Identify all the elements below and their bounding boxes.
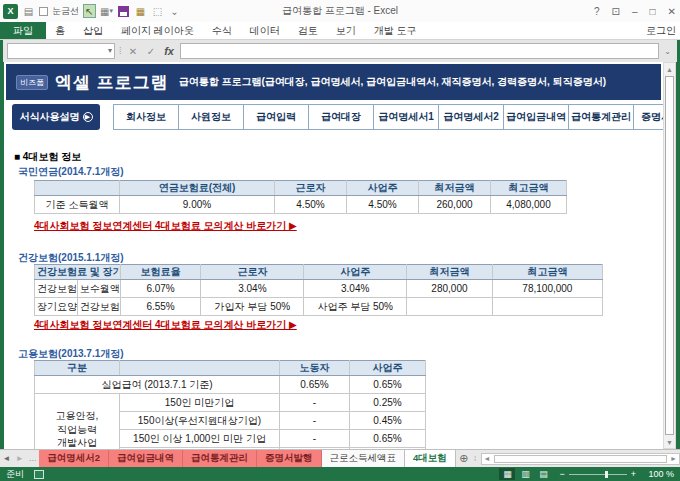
cell[interactable]: 6.07% [120, 280, 201, 298]
cell[interactable]: 9.00% [120, 196, 275, 214]
nav-pay-stats-button[interactable]: 급여통계관리 [568, 104, 634, 130]
horizontal-scrollbar[interactable]: ◄ ► [481, 453, 680, 465]
formula-expand-icon[interactable]: ⌄ [662, 47, 673, 56]
scroll-up-icon[interactable]: ▲ [664, 63, 675, 75]
worksheet[interactable]: 비즈폼 엑셀 프로그램 급여통합 프로그램(급여대장, 급여명세서, 급여입금내… [4, 62, 663, 449]
tab-insert[interactable]: 삽입 [74, 22, 112, 39]
nav-pay-ledger-button[interactable]: 급여대장 [308, 104, 374, 130]
cell[interactable]: 78,100,000 [492, 280, 602, 298]
gridlines-checkbox[interactable] [39, 7, 48, 16]
insert-function-icon[interactable]: fx [162, 45, 177, 57]
tab-page-layout[interactable]: 페이지 레이아웃 [112, 22, 203, 39]
cell[interactable]: 0.45% [350, 412, 426, 430]
tab-review[interactable]: 검토 [289, 22, 327, 39]
vertical-scrollbar[interactable]: ▲ ▼ [663, 62, 676, 449]
normal-view-icon[interactable]: ▦ [499, 468, 515, 480]
macro-record-icon[interactable] [34, 470, 44, 479]
cell[interactable]: 4,080,000 [491, 196, 567, 214]
cell[interactable]: 150인 이상 1,000인 미만 기업 [120, 430, 280, 448]
maximize-button[interactable]: □ [650, 6, 656, 17]
sheet-overflow-icon[interactable]: … [26, 450, 39, 467]
cell[interactable]: - [280, 430, 350, 448]
cell[interactable]: 건강보험료 [77, 298, 120, 316]
horizontal-scroll-thumb[interactable] [494, 455, 667, 463]
cell[interactable]: 260,000 [419, 196, 491, 214]
login-link[interactable]: 로그인 [646, 22, 680, 39]
cell-picker-icon[interactable]: ▦▾ [100, 4, 113, 18]
vertical-scroll-thumb[interactable] [665, 76, 674, 435]
cell[interactable]: 0.25% [350, 394, 426, 412]
cell[interactable]: 280,000 [407, 280, 493, 298]
tab-data[interactable]: 데이터 [241, 22, 289, 39]
cell[interactable]: 4.50% [275, 196, 347, 214]
ribbon-display-options-button[interactable]: ⊡ [612, 6, 620, 17]
hscroll-right-icon[interactable]: ► [668, 455, 679, 462]
close-button[interactable]: ✕ [668, 6, 676, 17]
usage-guide-button[interactable]: 서식사용설명▶ [12, 104, 100, 130]
cell[interactable]: 건강보험료 [35, 280, 78, 298]
zoom-out-icon[interactable]: − [559, 469, 564, 479]
insurance-calc-link-1[interactable]: 4대사회보험 정보연계센터 4대보험료 모의계산 바로가기 ▶ [34, 219, 297, 233]
cell[interactable]: 보수월액 [77, 280, 120, 298]
nav-certificate-button[interactable]: 증명서발행 [633, 104, 663, 130]
zoom-slider-thumb[interactable] [605, 471, 608, 478]
enter-icon[interactable]: ✓ [144, 46, 159, 57]
sheet-next-icon[interactable]: ► [13, 450, 26, 467]
nav-employee-info-button[interactable]: 사원정보 [178, 104, 244, 130]
marquee-icon[interactable]: ⬚ [151, 4, 164, 18]
sheet-tab-deposit[interactable]: 급여입금내역 [109, 450, 183, 467]
cell[interactable]: 장기요양보험료 [35, 298, 78, 316]
nav-pay-deposit-button[interactable]: 급여입금내역 [503, 104, 569, 130]
cell[interactable]: 0.65% [280, 376, 350, 394]
cell[interactable] [407, 298, 493, 316]
cell[interactable]: 기준 소득월액 [35, 196, 120, 214]
cell[interactable]: 6.55% [120, 298, 201, 316]
zoom-in-icon[interactable]: + [631, 469, 636, 479]
cell[interactable]: 3.04% [304, 280, 407, 298]
cell[interactable]: 실업급여 (2013.7.1 기준) [35, 376, 280, 394]
tab-home[interactable]: 홈 [46, 22, 74, 39]
page-break-view-icon[interactable]: ▤ [535, 468, 551, 480]
cell[interactable]: 4.50% [347, 196, 419, 214]
nav-company-info-button[interactable]: 회사정보 [113, 104, 179, 130]
sheet-tab-payslip2[interactable]: 급여명세서2 [39, 450, 109, 467]
tab-formulas[interactable]: 수식 [203, 22, 241, 39]
cell[interactable]: 0.65% [350, 430, 426, 448]
sheet-tab-taxtable[interactable]: 근로소득세액표 [322, 450, 406, 467]
zoom-slider[interactable] [569, 474, 627, 475]
insurance-calc-link-2[interactable]: 4대사회보험 정보연계센터 4대보험료 모의계산 바로가기 ▶ [34, 318, 297, 332]
cell[interactable]: 0.65% [350, 376, 426, 394]
scroll-down-icon[interactable]: ▼ [664, 436, 675, 448]
tab-file[interactable]: 파일 [0, 22, 46, 39]
cell[interactable]: - [280, 394, 350, 412]
cell[interactable]: - [280, 412, 350, 430]
help-button[interactable]: ? [594, 6, 600, 17]
cursor-select-icon[interactable]: ↖ [83, 4, 96, 18]
namebox-dropdown-icon[interactable]: ▾ [108, 46, 112, 55]
formula-input[interactable] [180, 43, 660, 59]
cell[interactable] [492, 298, 602, 316]
cell[interactable]: 가입자 부담 50% [201, 298, 304, 316]
new-sheet-icon[interactable]: ⊕ [456, 450, 472, 467]
cancel-icon[interactable]: ✕ [126, 46, 141, 57]
nav-pay-slip1-button[interactable]: 급여명세서1 [373, 104, 439, 130]
cell[interactable]: 150이상(우선지원대상기업) [120, 412, 280, 430]
tab-scrollbar-splitter[interactable]: ⁞ [472, 450, 479, 467]
save-icon[interactable] [117, 4, 130, 18]
protect-sheet-icon[interactable]: ▦ [134, 4, 147, 18]
tab-developer[interactable]: 개발 도구 [365, 22, 426, 39]
nav-pay-input-button[interactable]: 급여입력 [243, 104, 309, 130]
qat-customize-icon[interactable]: ⌄ [168, 4, 181, 18]
window-icon[interactable]: ▤ [22, 4, 35, 18]
employment-group-cell[interactable]: 고용안정, 직업능력 개발사업 [35, 394, 120, 450]
nav-pay-slip2-button[interactable]: 급여명세서2 [438, 104, 504, 130]
sheet-tab-insurance-active[interactable]: 4대보험 [405, 450, 456, 467]
minimize-button[interactable]: – [632, 6, 638, 17]
cell[interactable]: 3.04% [201, 280, 304, 298]
cell[interactable]: 사업주 부담 50% [304, 298, 407, 316]
hscroll-left-icon[interactable]: ◄ [482, 455, 493, 462]
tab-view[interactable]: 보기 [327, 22, 365, 39]
sheet-prev-icon[interactable]: ◄ [0, 450, 13, 467]
zoom-level[interactable]: 100 % [640, 469, 674, 479]
sheet-tab-stats[interactable]: 급여통계관리 [183, 450, 257, 467]
